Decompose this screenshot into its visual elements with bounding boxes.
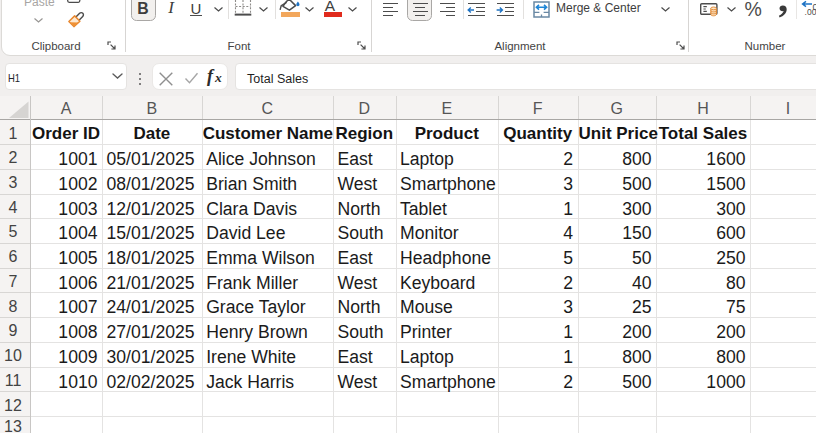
- svg-text:.00: .00: [805, 7, 816, 17]
